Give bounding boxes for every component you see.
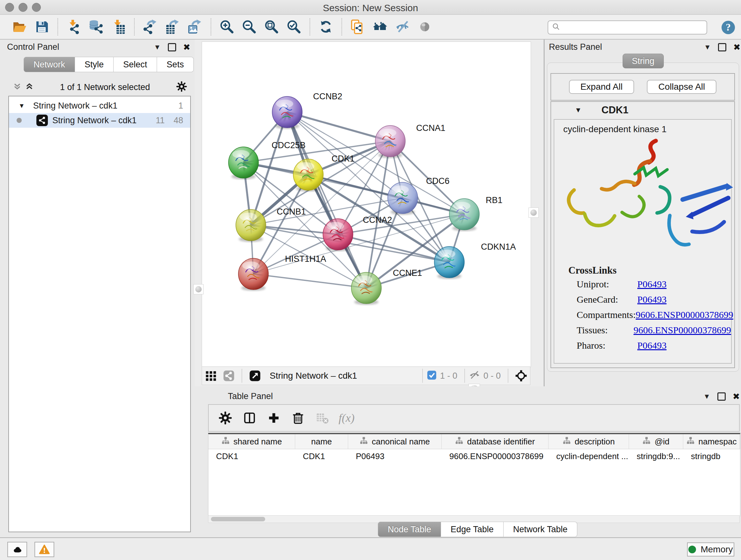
network-node[interactable]: HIST1H1A <box>239 254 326 291</box>
column-header-database-identifier[interactable]: database identifier <box>442 434 549 449</box>
crosslink-link[interactable]: 9606.ENSP00000378699 <box>633 325 731 335</box>
zoom-fit-button[interactable] <box>262 17 281 36</box>
expand-all-networks-icon[interactable] <box>25 82 34 92</box>
search-input[interactable] <box>560 22 706 33</box>
column-header-canonical-name[interactable]: canonical name <box>348 434 442 449</box>
collapse-all-button[interactable]: Collapse All <box>647 80 717 94</box>
network-collection-row[interactable]: ▼ String Network – cdk1 1 <box>9 98 190 113</box>
column-header-description[interactable]: description <box>549 434 629 449</box>
tab-select[interactable]: Select <box>114 57 157 72</box>
warning-button[interactable] <box>35 542 54 557</box>
results-panel-collapse-icon[interactable]: ▼ <box>704 43 711 51</box>
crosshair-move-icon[interactable] <box>514 369 528 383</box>
network-node[interactable]: CCNB1 <box>236 207 306 242</box>
tab-edge-table[interactable]: Edge Table <box>441 522 503 537</box>
control-panel-collapse-icon[interactable]: ▼ <box>154 43 161 51</box>
control-panel-close-icon[interactable]: ✖ <box>183 42 191 52</box>
delete-column-icon <box>291 411 305 425</box>
export-image-button[interactable] <box>186 17 204 36</box>
search-box[interactable] <box>548 20 707 35</box>
table-cell[interactable]: P06493 <box>348 449 442 463</box>
preview-button[interactable] <box>415 17 434 36</box>
import-table-from-file-button[interactable] <box>109 17 128 36</box>
network-node[interactable]: CDKN1A <box>434 242 516 279</box>
open-file-button[interactable] <box>10 17 29 36</box>
crosslink-link[interactable]: 9606.ENSP00000378699 <box>636 309 733 320</box>
network-node[interactable]: CCNA1 <box>375 123 446 158</box>
zoom-in-button[interactable] <box>218 17 236 36</box>
table-panel-close-icon[interactable]: ✖ <box>733 391 740 401</box>
entry-collapse-icon[interactable]: ▼ <box>575 106 582 114</box>
results-buttons-row: Expand All Collapse All <box>550 73 735 101</box>
import-network-from-file-button[interactable] <box>64 17 83 36</box>
results-panel-close-icon[interactable]: ✖ <box>733 42 741 52</box>
table-panel-float-icon[interactable] <box>718 392 726 401</box>
results-panel-float-icon[interactable] <box>718 43 726 51</box>
node-label: CCNA1 <box>416 123 446 133</box>
string-style-icon[interactable] <box>222 369 236 383</box>
node-result-header[interactable]: ▼ CDK1 <box>551 102 734 118</box>
first-neighbors-button[interactable] <box>371 17 389 36</box>
table-panel-collapse-icon[interactable]: ▼ <box>703 392 711 401</box>
node-label: CCNB2 <box>313 91 342 101</box>
column-header-namespac[interactable]: namespac <box>683 434 740 449</box>
table-cell[interactable]: 9606.ENSP00000378699 <box>442 449 549 463</box>
tab-network-table[interactable]: Network Table <box>503 522 578 537</box>
collapse-all-networks-icon[interactable] <box>13 82 22 92</box>
right-splitter-handle[interactable] <box>529 207 539 218</box>
crosslink-link[interactable]: P06493 <box>637 279 667 290</box>
birds-eye-view-icon[interactable] <box>204 369 218 383</box>
column-header-name[interactable]: name <box>295 434 348 449</box>
table-cell[interactable]: stringdb:9... <box>629 449 683 463</box>
refresh-view-icon <box>318 19 333 35</box>
network-node[interactable]: RB1 <box>449 195 502 231</box>
add-column-button[interactable] <box>264 408 283 428</box>
crosslink-link[interactable]: P06493 <box>637 294 667 305</box>
control-panel-float-icon[interactable] <box>168 43 176 51</box>
zoom-out-button[interactable] <box>240 17 259 36</box>
export-table-button[interactable] <box>163 17 182 36</box>
delete-table-button <box>313 408 332 428</box>
help-button[interactable]: ? <box>721 20 736 37</box>
tab-sets[interactable]: Sets <box>157 57 194 72</box>
column-header--id[interactable]: @id <box>629 434 683 449</box>
zoom-selected-button[interactable] <box>285 17 303 36</box>
show-hide-button[interactable] <box>393 17 412 36</box>
refresh-view-button[interactable] <box>317 17 335 36</box>
import-network-from-database-button[interactable] <box>87 17 105 36</box>
show-columns-button[interactable] <box>240 408 259 428</box>
selected-checkbox-icon[interactable] <box>427 370 437 381</box>
network-row[interactable]: String Network – cdk1 11 48 <box>9 113 190 128</box>
string-results-tab[interactable]: String <box>623 54 664 68</box>
crosslink-link[interactable]: P06493 <box>637 340 667 351</box>
network-graph[interactable]: CCNB2 CCNA1 CDC25B <box>202 42 531 367</box>
table-cell[interactable]: cyclin-dependent ... <box>549 449 629 463</box>
network-canvas[interactable]: CCNB2 CCNA1 CDC25B <box>202 42 531 367</box>
table-cell[interactable]: CDK1 <box>295 449 348 463</box>
table-cell[interactable]: stringdb <box>683 449 740 463</box>
save-session-button[interactable] <box>32 17 51 36</box>
table-settings-button[interactable] <box>216 408 235 428</box>
collection-expand-icon[interactable]: ▼ <box>18 102 25 110</box>
tab-node-table[interactable]: Node Table <box>378 522 441 537</box>
left-splitter-handle[interactable] <box>193 284 204 294</box>
table-panel-title: Table Panel <box>228 391 273 401</box>
table-row[interactable]: CDK1CDK1P064939606.ENSP00000378699cyclin… <box>208 449 740 463</box>
expand-all-button[interactable]: Expand All <box>569 80 634 94</box>
cloud-button[interactable] <box>7 542 27 557</box>
delete-column-button[interactable] <box>288 408 308 428</box>
table-scrollbar-thumb[interactable] <box>211 517 265 521</box>
tab-style[interactable]: Style <box>75 57 114 72</box>
clone-network-button[interactable] <box>348 17 367 36</box>
table-cell[interactable]: CDK1 <box>208 449 295 463</box>
control-panel-title: Control Panel <box>7 42 59 52</box>
hidden-eye-slash-icon[interactable] <box>469 369 480 382</box>
open-file-icon <box>12 19 27 35</box>
memory-button[interactable]: Memory <box>687 543 734 557</box>
network-options-gear-icon[interactable] <box>176 81 187 93</box>
import-network-from-database-icon <box>88 19 104 35</box>
detach-view-icon[interactable] <box>248 369 262 383</box>
export-network-button[interactable] <box>141 17 159 36</box>
tab-network[interactable]: Network <box>23 57 75 72</box>
column-header-shared-name[interactable]: shared name <box>208 434 295 449</box>
